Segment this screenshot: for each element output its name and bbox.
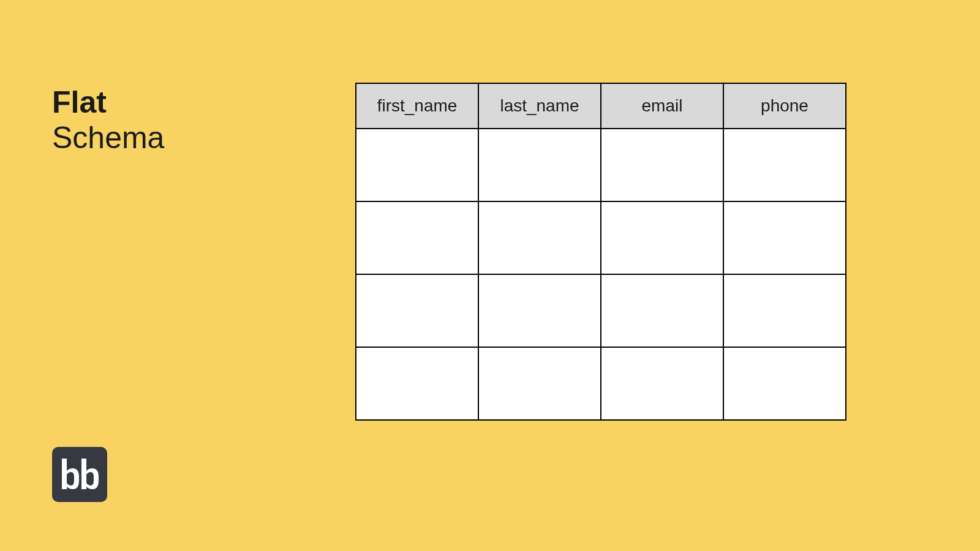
table-cell: [601, 201, 723, 274]
table-row: [356, 347, 846, 420]
bb-logo-icon: [59, 459, 100, 490]
table-cell: [723, 347, 846, 420]
table-header-row: first_name last_name email phone: [356, 83, 846, 129]
table-row: [356, 129, 846, 201]
table-row: [356, 201, 846, 274]
brand-logo: [52, 447, 107, 502]
table-cell: [601, 347, 723, 420]
table-cell: [478, 129, 601, 201]
table-cell: [356, 274, 478, 347]
table-cell: [356, 201, 478, 274]
title-line-1: Flat: [52, 86, 164, 119]
table-cell: [356, 129, 478, 201]
table-cell: [478, 201, 601, 274]
table-cell: [723, 274, 846, 347]
table-cell: [478, 274, 601, 347]
column-header-last-name: last_name: [478, 83, 601, 129]
column-header-first-name: first_name: [356, 83, 478, 129]
table-cell: [601, 274, 723, 347]
column-header-email: email: [601, 83, 723, 129]
column-header-phone: phone: [723, 83, 846, 129]
table-cell: [723, 129, 846, 201]
table-cell: [356, 347, 478, 420]
table-cell: [723, 201, 846, 274]
table-row: [356, 274, 846, 347]
slide-title: Flat Schema: [52, 86, 164, 156]
title-line-2: Schema: [52, 119, 164, 156]
table-cell: [601, 129, 723, 201]
table-cell: [478, 347, 601, 420]
flat-schema-table: first_name last_name email phone: [355, 83, 846, 421]
